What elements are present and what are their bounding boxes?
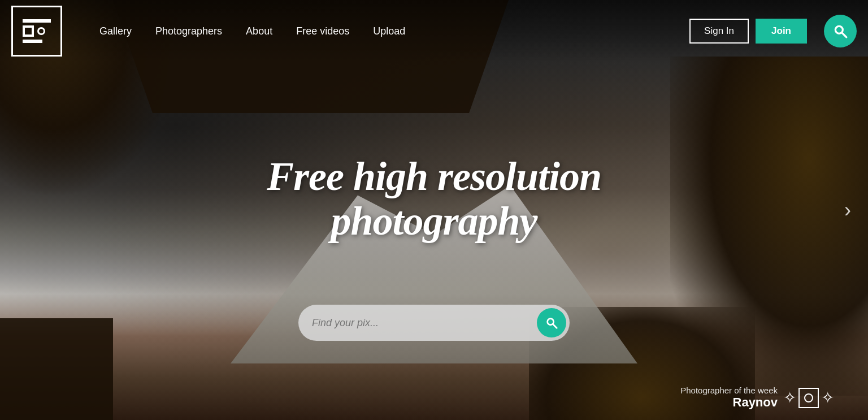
search-input[interactable] bbox=[312, 317, 537, 329]
potw-label: Photographer of the week bbox=[680, 386, 778, 395]
potw-text-block: Photographer of the week Raynov bbox=[680, 386, 778, 410]
navbar: Gallery Photographers About Free videos … bbox=[0, 0, 868, 62]
laurel-left-icon: ✧ bbox=[783, 388, 796, 407]
logo-rect bbox=[23, 25, 34, 37]
logo-bar-top bbox=[23, 19, 51, 23]
hero-section: Gallery Photographers About Free videos … bbox=[0, 0, 868, 420]
logo[interactable] bbox=[11, 6, 62, 57]
signin-button[interactable]: Sign In bbox=[689, 19, 749, 44]
nav-link-photographers[interactable]: Photographers bbox=[146, 21, 231, 42]
potw-logo-icon bbox=[798, 388, 819, 408]
potw-name: Raynov bbox=[680, 395, 778, 410]
nav-links: Gallery Photographers About Free videos … bbox=[90, 21, 689, 42]
svg-line-3 bbox=[553, 324, 557, 328]
hero-title: Free high resolution photography bbox=[208, 154, 660, 243]
next-slide-button[interactable]: › bbox=[844, 198, 851, 222]
header-search-button[interactable] bbox=[824, 15, 857, 47]
search-icon bbox=[833, 24, 848, 38]
join-button[interactable]: Join bbox=[756, 19, 807, 44]
search-submit-button[interactable] bbox=[537, 308, 566, 337]
logo-bar-bottom bbox=[23, 40, 42, 43]
potw-logo-inner bbox=[804, 393, 813, 402]
svg-line-1 bbox=[842, 33, 847, 37]
nav-actions: Sign In Join bbox=[689, 19, 807, 44]
hero-content: Free high resolution photography bbox=[208, 154, 660, 243]
nav-link-free-videos[interactable]: Free videos bbox=[287, 21, 358, 42]
search-bar[interactable] bbox=[298, 305, 570, 341]
nav-link-gallery[interactable]: Gallery bbox=[90, 21, 141, 42]
laurel-right-icon: ✧ bbox=[821, 388, 834, 407]
logo-icon-row bbox=[23, 25, 45, 37]
tree-decoration-bottom-left bbox=[0, 318, 113, 420]
potw-badge: ✧ ✧ bbox=[783, 388, 834, 408]
nav-link-upload[interactable]: Upload bbox=[364, 21, 414, 42]
logo-dot bbox=[37, 27, 45, 35]
photographer-of-week: Photographer of the week Raynov ✧ ✧ bbox=[680, 386, 834, 410]
search-submit-icon bbox=[545, 317, 558, 329]
nav-link-about[interactable]: About bbox=[237, 21, 281, 42]
